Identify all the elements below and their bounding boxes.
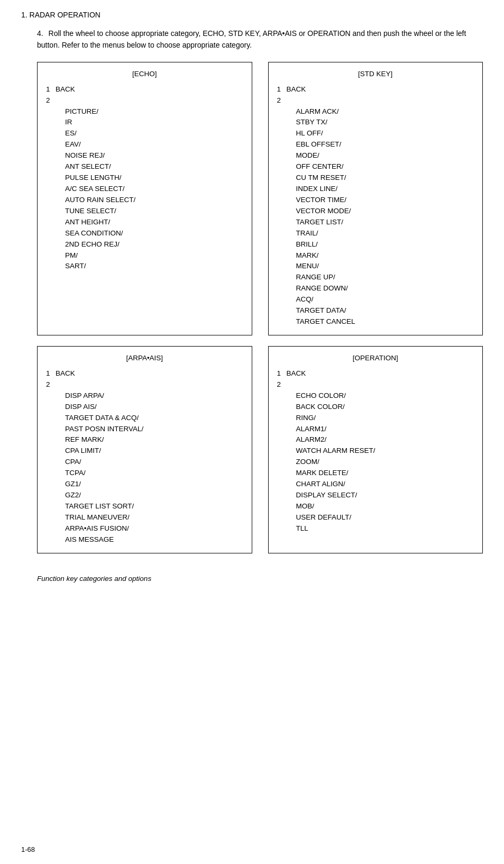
stdkey-item1-num: 1: [277, 84, 287, 95]
list-item: RANGE DOWN/: [296, 283, 474, 294]
list-item: ALARM1/: [296, 424, 474, 435]
echo-item2-num: 2: [46, 95, 56, 106]
list-item: TUNE SELECT/: [65, 206, 243, 217]
list-item: BACK COLOR/: [296, 402, 474, 413]
list-item: MODE/: [296, 150, 474, 161]
list-item: REF MARK/: [65, 434, 243, 445]
operation-item1-label: BACK: [287, 368, 306, 379]
list-item: DISPLAY SELECT/: [296, 490, 474, 501]
arpaais-menu-box: [ARPA•AIS] 1 BACK 2 DISP ARPA/DISP AIS/T…: [37, 346, 252, 553]
list-item: A/C SEA SELECT/: [65, 184, 243, 195]
list-item: ANT HEIGHT/: [65, 217, 243, 228]
list-item: GZ1/: [65, 479, 243, 490]
item-number: 4.: [37, 28, 43, 39]
list-item: PULSE LENGTH/: [65, 172, 243, 184]
list-item: WATCH ALARM RESET/: [296, 445, 474, 457]
list-item: CPA LIMIT/: [65, 445, 243, 457]
section-intro: 4. Roll the wheel to choose appropriate …: [37, 28, 483, 51]
list-item: MARK/: [296, 250, 474, 261]
arpaais-item1-row: 1 BACK: [46, 368, 243, 379]
list-item: ARPA•AIS FUSION/: [65, 523, 243, 534]
operation-menu-title: [OPERATION]: [277, 353, 474, 364]
stdkey-menu-box: [STD KEY] 1 BACK 2 ALARM ACK/STBY TX/HL …: [268, 62, 483, 335]
arpaais-item2-num: 2: [46, 379, 56, 390]
list-item: PAST POSN INTERVAL/: [65, 424, 243, 435]
list-item: ACQ/: [296, 294, 474, 305]
echo-menu-box: [ECHO] 1 BACK 2 PICTURE/IRES/EAV/NOISE R…: [37, 62, 252, 335]
stdkey-item1-row: 1 BACK: [277, 84, 474, 95]
caption: Function key categories and options: [37, 575, 483, 583]
list-item: TARGET DATA & ACQ/: [65, 413, 243, 424]
list-item: BRILL/: [296, 239, 474, 250]
operation-menu-box: [OPERATION] 1 BACK 2 ECHO COLOR/BACK COL…: [268, 346, 483, 553]
list-item: USER DEFAULT/: [296, 512, 474, 523]
list-item: TRIAL MANEUVER/: [65, 512, 243, 523]
list-item: TARGET LIST SORT/: [65, 501, 243, 512]
list-item: RING/: [296, 413, 474, 424]
echo-menu-title: [ECHO]: [46, 69, 243, 80]
list-item: ES/: [65, 128, 243, 139]
list-item: ECHO COLOR/: [296, 390, 474, 402]
operation-item2-num: 2: [277, 379, 287, 390]
page-header: 1. RADAR OPERATION: [21, 11, 483, 19]
list-item: MENU/: [296, 261, 474, 272]
list-item: VECTOR TIME/: [296, 195, 474, 206]
list-item: OFF CENTER/: [296, 161, 474, 172]
list-item: SART/: [65, 261, 243, 272]
arpaais-item1-num: 1: [46, 368, 56, 379]
list-item: MARK DELETE/: [296, 468, 474, 479]
echo-subitems: PICTURE/IRES/EAV/NOISE REJ/ANT SELECT/PU…: [65, 106, 243, 272]
list-item: VECTOR MODE/: [296, 206, 474, 217]
list-item: GZ2/: [65, 490, 243, 501]
list-item: TRAIL/: [296, 228, 474, 239]
list-item: PM/: [65, 250, 243, 261]
list-item: SEA CONDITION/: [65, 228, 243, 239]
list-item: TLL: [296, 523, 474, 534]
list-item: DISP ARPA/: [65, 390, 243, 402]
list-item: TARGET DATA/: [296, 305, 474, 316]
list-item: EBL OFFSET/: [296, 139, 474, 150]
echo-item1-row: 1 BACK: [46, 84, 243, 95]
list-item: INDEX LINE/: [296, 184, 474, 195]
menus-grid: [ECHO] 1 BACK 2 PICTURE/IRES/EAV/NOISE R…: [37, 62, 483, 564]
list-item: MOB/: [296, 501, 474, 512]
list-item: AIS MESSAGE: [65, 534, 243, 545]
list-item: CPA/: [65, 457, 243, 468]
list-item: STBY TX/: [296, 117, 474, 128]
stdkey-item2-row: 2: [277, 95, 474, 106]
list-item: RANGE UP/: [296, 272, 474, 283]
list-item: AUTO RAIN SELECT/: [65, 195, 243, 206]
list-item: 2ND ECHO REJ/: [65, 239, 243, 250]
list-item: EAV/: [65, 139, 243, 150]
intro-text: Roll the wheel to choose appropriate cat…: [37, 29, 466, 49]
list-item: ZOOM/: [296, 457, 474, 468]
list-item: TARGET CANCEL: [296, 316, 474, 328]
stdkey-item1-label: BACK: [287, 84, 306, 95]
list-item: ALARM2/: [296, 434, 474, 445]
operation-item2-row: 2: [277, 379, 474, 390]
list-item: TARGET LIST/: [296, 217, 474, 228]
operation-item1-row: 1 BACK: [277, 368, 474, 379]
list-item: NOISE REJ/: [65, 150, 243, 161]
echo-item2-row: 2: [46, 95, 243, 106]
stdkey-item2-num: 2: [277, 95, 287, 106]
arpaais-item2-row: 2: [46, 379, 243, 390]
stdkey-menu-title: [STD KEY]: [277, 69, 474, 80]
echo-item1-num: 1: [46, 84, 56, 95]
list-item: CHART ALIGN/: [296, 479, 474, 490]
list-item: DISP AIS/: [65, 402, 243, 413]
list-item: IR: [65, 117, 243, 128]
list-item: ANT SELECT/: [65, 161, 243, 172]
operation-item1-num: 1: [277, 368, 287, 379]
list-item: CU TM RESET/: [296, 172, 474, 184]
echo-item1-label: BACK: [56, 84, 75, 95]
stdkey-subitems: ALARM ACK/STBY TX/HL OFF/EBL OFFSET/MODE…: [296, 106, 474, 328]
list-item: TCPA/: [65, 468, 243, 479]
list-item: ALARM ACK/: [296, 106, 474, 117]
arpaais-menu-title: [ARPA•AIS]: [46, 353, 243, 364]
arpaais-item1-label: BACK: [56, 368, 75, 379]
list-item: PICTURE/: [65, 106, 243, 117]
page-footer: 1-68: [21, 845, 35, 853]
arpaais-subitems: DISP ARPA/DISP AIS/TARGET DATA & ACQ/PAS…: [65, 390, 243, 545]
list-item: HL OFF/: [296, 128, 474, 139]
